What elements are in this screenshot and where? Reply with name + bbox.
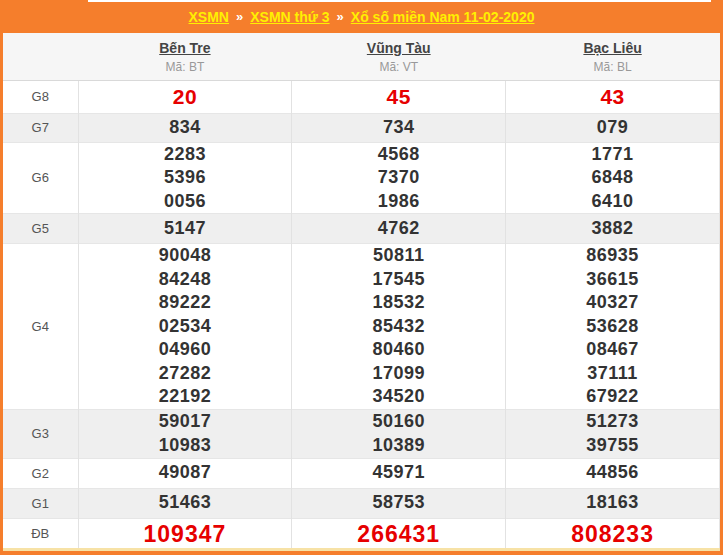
results-table: Bến Tre Mã: BT Vũng Tàu Mã: VT Bạc Liêu …	[3, 33, 720, 548]
prize-value: 7370	[292, 166, 505, 190]
prize-value: 50160	[292, 410, 505, 434]
prize-value: 04960	[79, 338, 292, 362]
prize-value: 51273	[506, 410, 719, 434]
prize-value: 84248	[79, 268, 292, 292]
prize-value: 49087	[79, 461, 292, 485]
prize-cell: 808233	[506, 518, 720, 548]
prize-cell: 5127339755	[506, 409, 720, 458]
breadcrumb-separator: »	[236, 9, 243, 24]
prize-value: 18163	[506, 491, 719, 515]
prize-value: 59017	[79, 410, 292, 434]
breadcrumb-link-date[interactable]: Xổ số miền Nam 11-02-2020	[351, 9, 535, 25]
bottom-accent-strip	[3, 548, 720, 551]
prize-value: 20	[79, 84, 292, 110]
prize-cell: 109347	[78, 518, 292, 548]
prize-label: ĐB	[3, 518, 78, 548]
prize-value: 58753	[292, 491, 505, 515]
prize-value: 1986	[292, 190, 505, 214]
prize-value: 18532	[292, 291, 505, 315]
prize-value: 734	[292, 116, 505, 140]
prize-value: 6848	[506, 166, 719, 190]
prize-value: 85432	[292, 315, 505, 339]
prize-value: 44856	[506, 461, 719, 485]
breadcrumb-link-xsmn-thu-3[interactable]: XSMN thứ 3	[250, 9, 329, 25]
prize-cell: 50811175451853285432804601709934520	[292, 244, 506, 410]
province-code-bl: Mã: BL	[506, 60, 720, 74]
prize-value: 50811	[292, 244, 505, 268]
prize-value: 10389	[292, 434, 505, 458]
prize-label: G4	[3, 244, 78, 410]
prize-value: 08467	[506, 338, 719, 362]
prize-label: G8	[3, 80, 78, 113]
prize-value: 02534	[79, 315, 292, 339]
prize-cell: 5016010389	[292, 409, 506, 458]
prize-cell: 4762	[292, 214, 506, 244]
province-link-ben-tre[interactable]: Bến Tre	[159, 40, 210, 56]
prize-cell: 44856	[506, 458, 720, 488]
prize-value: 86935	[506, 244, 719, 268]
prize-value: 40327	[506, 291, 719, 315]
prize-cell: 18163	[506, 488, 720, 518]
prize-row-g8: G8204543	[3, 80, 720, 113]
prize-value: 808233	[506, 521, 719, 547]
prize-row-g2: G2490874597144856	[3, 458, 720, 488]
prize-value: 80460	[292, 338, 505, 362]
prize-value: 17099	[292, 362, 505, 386]
prize-value: 10983	[79, 434, 292, 458]
prize-value: 109347	[79, 521, 292, 547]
prize-row-g4: G490048842488922202534049602728222192508…	[3, 244, 720, 410]
prize-cell: 43	[506, 80, 720, 113]
prize-cell: 49087	[78, 458, 292, 488]
prize-row-g7: G7834734079	[3, 113, 720, 142]
prize-label: G7	[3, 113, 78, 142]
prize-cell: 079	[506, 113, 720, 142]
province-link-vung-tau[interactable]: Vũng Tàu	[367, 40, 431, 56]
prize-cell: 228353960056	[78, 142, 292, 214]
prize-cell: 45971	[292, 458, 506, 488]
top-edge-artifact	[88, 0, 711, 2]
prize-value: 0056	[79, 190, 292, 214]
prize-value: 37111	[506, 362, 719, 386]
prize-row-g5: G5514747623882	[3, 214, 720, 244]
prize-value: 2283	[79, 143, 292, 167]
prize-label: G1	[3, 488, 78, 518]
prize-value: 39755	[506, 434, 719, 458]
lottery-results-widget: XSMN » XSMN thứ 3 » Xổ số miền Nam 11-02…	[0, 0, 723, 555]
prize-value: 89222	[79, 291, 292, 315]
prize-value: 079	[506, 116, 719, 140]
breadcrumb-link-xsmn[interactable]: XSMN	[189, 9, 229, 25]
prize-value: 34520	[292, 385, 505, 409]
prize-cell: 456873701986	[292, 142, 506, 214]
prize-value: 45971	[292, 461, 505, 485]
prize-cell: 20	[78, 80, 292, 113]
prize-row-g1: G1514635875318163	[3, 488, 720, 518]
prize-cell: 177168486410	[506, 142, 720, 214]
prize-cell: 5147	[78, 214, 292, 244]
prize-value: 67922	[506, 385, 719, 409]
prize-value: 22192	[79, 385, 292, 409]
prize-value: 53628	[506, 315, 719, 339]
prize-value: 266431	[292, 521, 505, 547]
prize-value: 27282	[79, 362, 292, 386]
province-header-vung-tau: Vũng Tàu Mã: VT	[292, 33, 506, 80]
prize-label: G5	[3, 214, 78, 244]
prize-value: 43	[506, 84, 719, 110]
prize-value: 3882	[506, 217, 719, 241]
breadcrumb: XSMN » XSMN thứ 3 » Xổ số miền Nam 11-02…	[0, 0, 723, 33]
prize-cell: 45	[292, 80, 506, 113]
prize-cell: 3882	[506, 214, 720, 244]
prize-cell: 266431	[292, 518, 506, 548]
province-code-bt: Mã: BT	[78, 60, 292, 74]
prize-row-đb: ĐB109347266431808233	[3, 518, 720, 548]
prize-label: G6	[3, 142, 78, 214]
prize-cell: 5901710983	[78, 409, 292, 458]
prize-value: 45	[292, 84, 505, 110]
province-header-row: Bến Tre Mã: BT Vũng Tàu Mã: VT Bạc Liêu …	[3, 33, 720, 80]
province-header-ben-tre: Bến Tre Mã: BT	[78, 33, 292, 80]
breadcrumb-separator: »	[337, 9, 344, 24]
province-link-bac-lieu[interactable]: Bạc Liêu	[583, 40, 641, 56]
prize-cell: 58753	[292, 488, 506, 518]
prize-label: G2	[3, 458, 78, 488]
prize-value: 5147	[79, 217, 292, 241]
prize-cell: 90048842488922202534049602728222192	[78, 244, 292, 410]
